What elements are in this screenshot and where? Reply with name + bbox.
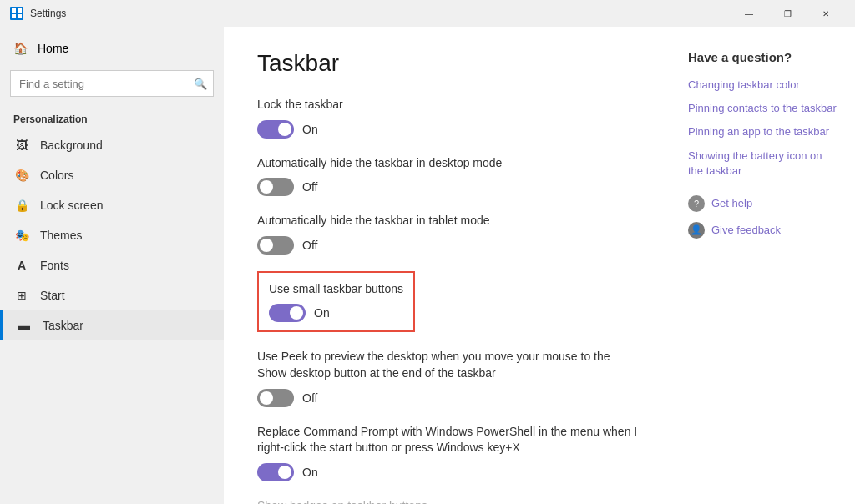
setting-lock-taskbar: Lock the taskbar On	[257, 97, 638, 139]
sidebar: 🏠 Home 🔍 Personalization 🖼 Background 🎨 …	[0, 27, 224, 504]
setting-small-buttons-box: Use small taskbar buttons On	[257, 271, 415, 333]
sidebar-item-themes-label: Themes	[40, 229, 83, 242]
sidebar-item-fonts[interactable]: A Fonts	[0, 250, 224, 280]
fonts-icon: A	[13, 259, 30, 272]
lock-screen-icon: 🔒	[13, 199, 30, 212]
sidebar-section-title: Personalization	[0, 103, 224, 130]
sidebar-item-fonts-label: Fonts	[40, 259, 69, 272]
hide-tablet-toggle-row: Off	[257, 236, 638, 255]
hide-tablet-toggle[interactable]	[257, 236, 294, 255]
minimize-button[interactable]: —	[730, 0, 768, 27]
hide-desktop-toggle[interactable]	[257, 178, 294, 196]
sidebar-item-lock-screen-label: Lock screen	[40, 199, 103, 212]
small-buttons-label: Use small taskbar buttons	[269, 281, 403, 298]
lock-taskbar-label: Lock the taskbar	[257, 97, 638, 113]
hide-desktop-toggle-label: Off	[302, 180, 317, 194]
window-controls: — ❐ ✕	[730, 0, 845, 27]
hide-tablet-toggle-label: Off	[302, 239, 317, 252]
feedback-label: Give feedback	[711, 224, 781, 236]
maximize-button[interactable]: ❐	[768, 0, 807, 27]
feedback-action[interactable]: 👤 Give feedback	[688, 222, 838, 239]
home-icon: 🏠	[13, 42, 28, 55]
svg-rect-3	[12, 14, 16, 18]
sidebar-item-themes[interactable]: 🎭 Themes	[0, 220, 224, 250]
help-link-battery-icon[interactable]: Showing the battery icon on the taskbar	[688, 149, 838, 179]
setting-hide-tablet: Automatically hide the taskbar in tablet…	[257, 213, 638, 255]
sidebar-item-lock-screen[interactable]: 🔒 Lock screen	[0, 190, 224, 220]
powershell-toggle-label: On	[302, 466, 318, 479]
sidebar-item-colors[interactable]: 🎨 Colors	[0, 160, 224, 190]
sidebar-item-background[interactable]: 🖼 Background	[0, 130, 224, 160]
hide-desktop-label: Automatically hide the taskbar in deskto…	[257, 155, 638, 172]
close-button[interactable]: ✕	[807, 0, 845, 27]
powershell-toggle-row: On	[257, 463, 638, 481]
setting-hide-desktop: Automatically hide the taskbar in deskto…	[257, 155, 638, 197]
peek-toggle-label: Off	[302, 391, 317, 405]
powershell-label: Replace Command Prompt with Windows Powe…	[257, 424, 638, 456]
setting-powershell: Replace Command Prompt with Windows Powe…	[257, 424, 638, 481]
sidebar-search: 🔍	[10, 70, 214, 97]
app-container: 🏠 Home 🔍 Personalization 🖼 Background 🎨 …	[0, 27, 855, 504]
help-title: Have a question?	[688, 50, 838, 64]
sidebar-item-start-label: Start	[40, 289, 65, 302]
home-label: Home	[38, 42, 68, 55]
powershell-toggle[interactable]	[257, 463, 294, 481]
lock-taskbar-toggle-label: On	[302, 123, 318, 136]
colors-icon: 🎨	[13, 169, 30, 182]
small-buttons-toggle[interactable]	[269, 304, 306, 322]
themes-icon: 🎭	[13, 229, 30, 242]
background-icon: 🖼	[13, 139, 30, 152]
search-icon: 🔍	[194, 78, 207, 90]
feedback-icon: 👤	[688, 222, 705, 239]
peek-toggle-row: Off	[257, 389, 638, 407]
title-bar-text: Settings	[30, 8, 730, 19]
small-buttons-toggle-label: On	[314, 306, 330, 320]
svg-rect-1	[12, 8, 16, 13]
help-link-pin-app[interactable]: Pinning an app to the taskbar	[688, 124, 838, 139]
help-link-taskbar-color[interactable]: Changing taskbar color	[688, 78, 838, 93]
get-help-icon: ?	[688, 195, 705, 212]
sidebar-item-home[interactable]: 🏠 Home	[0, 33, 224, 63]
setting-peek: Use Peek to preview the desktop when you…	[257, 349, 638, 406]
get-help-action[interactable]: ? Get help	[688, 195, 838, 212]
small-buttons-toggle-row: On	[269, 304, 403, 322]
sidebar-item-background-label: Background	[40, 139, 103, 152]
hide-desktop-toggle-row: Off	[257, 178, 638, 196]
toggle-thumb	[260, 239, 273, 252]
search-input[interactable]	[10, 70, 214, 97]
help-link-pin-contacts[interactable]: Pinning contacts to the taskbar	[688, 101, 838, 116]
page-title: Taskbar	[257, 50, 638, 77]
taskbar-icon: ▬	[16, 319, 33, 332]
get-help-label: Get help	[711, 197, 752, 209]
toggle-thumb	[260, 180, 273, 194]
setting-badges: Show badges on taskbar buttons Off	[257, 498, 638, 504]
sidebar-item-taskbar[interactable]: ▬ Taskbar	[0, 310, 224, 340]
app-icon	[10, 7, 23, 20]
toggle-thumb	[260, 391, 273, 405]
toggle-thumb	[290, 306, 303, 320]
title-bar: Settings — ❐ ✕	[0, 0, 855, 27]
sidebar-item-taskbar-label: Taskbar	[43, 319, 83, 332]
right-panel: Have a question? Changing taskbar color …	[671, 27, 855, 504]
badges-label: Show badges on taskbar buttons	[257, 498, 638, 504]
start-icon: ⊞	[13, 289, 30, 302]
hide-tablet-label: Automatically hide the taskbar in tablet…	[257, 213, 638, 229]
svg-rect-4	[18, 14, 22, 18]
peek-toggle[interactable]	[257, 389, 294, 407]
toggle-thumb	[278, 466, 291, 479]
lock-taskbar-toggle-row: On	[257, 120, 638, 139]
svg-rect-2	[18, 8, 22, 13]
sidebar-item-colors-label: Colors	[40, 169, 73, 182]
toggle-thumb	[278, 123, 291, 136]
peek-label: Use Peek to preview the desktop when you…	[257, 349, 638, 381]
sidebar-item-start[interactable]: ⊞ Start	[0, 280, 224, 310]
lock-taskbar-toggle[interactable]	[257, 120, 294, 139]
content-area: Taskbar Lock the taskbar On Automaticall…	[224, 27, 671, 504]
